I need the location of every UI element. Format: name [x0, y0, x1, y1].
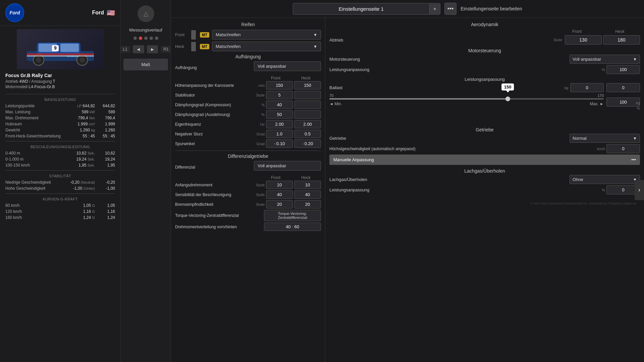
motorsteuerung-chevron: ▼ [633, 57, 637, 62]
messungsverlauf-label: Messungsverlauf [129, 27, 162, 33]
daempfungAus-row: Dämpfungsgrad (Ausdehnung) % 50 [175, 110, 321, 119]
ballast-value[interactable]: 0 [570, 83, 604, 92]
aufhangung-select[interactable]: Voll anpassbar [254, 61, 321, 71]
nav-next-button[interactable]: ► [147, 45, 158, 53]
tire-front-label: Front [175, 33, 189, 37]
svg-rect-10 [27, 53, 94, 55]
slider-thumb[interactable] [505, 97, 510, 101]
diff-front-header: Front [261, 175, 291, 180]
eigenfrequenz-heck[interactable]: 2.00 [294, 120, 321, 128]
daempfungKomp-front[interactable]: 40 [266, 101, 293, 109]
mab-button[interactable]: Maß [123, 59, 168, 70]
dot-3[interactable] [144, 37, 148, 40]
motorsteuerung-select[interactable]: Voll anpassbar ▼ [570, 55, 640, 64]
section-kurven: Kurven-g-Kraft [0, 196, 120, 202]
hoehenanpassung-front[interactable]: 150 [266, 81, 293, 89]
stat-maxLeistung: Max. Leistung 589 kW 589 [0, 109, 120, 115]
svg-rect-11 [27, 55, 94, 57]
sensibilitaet-front[interactable]: 40 [266, 190, 293, 199]
drehmomentvtl-row: Drehmomentverteilung vorn/hinten 40 : 60 [175, 223, 321, 231]
nav-l1[interactable]: L1 [120, 46, 130, 53]
differenzial-select[interactable]: Voll anpassbar [254, 161, 321, 171]
daempfungAus-heck[interactable] [294, 110, 321, 119]
stabilisator-heck[interactable] [294, 91, 321, 99]
sensibilitaet-heck[interactable]: 40 [294, 190, 321, 199]
dot-1[interactable] [133, 37, 137, 40]
manuelle-anpassung-button[interactable]: Manuelle Anpassung ••• [329, 155, 640, 165]
brand-info: Ford 🇺🇸 [92, 9, 115, 17]
leistungsanpassung-value[interactable]: 100 [606, 65, 640, 74]
hoehenanpassung-heck[interactable]: 150 [294, 81, 321, 89]
anfangsDrehmoment-front[interactable]: 10 [266, 181, 293, 189]
stat-maxDrehmoment: Max. Drehmoment 799,4 Nm 799,4 [0, 115, 120, 121]
left-header: Ford Ford 🇺🇸 [0, 0, 120, 26]
stat-g120: 120 km/h 1,16 G 1,16 [0, 208, 120, 215]
nav-r1[interactable]: R1 [161, 46, 171, 53]
getriebe-select[interactable]: Normal ▼ [570, 134, 640, 143]
triangle-button[interactable]: △ [138, 5, 154, 22]
negativerSturz-front[interactable]: 1.0 [266, 130, 293, 138]
ballast-val2[interactable]: 0 [606, 83, 640, 92]
bremsempfindlichkeit-row: Bremsempfindlichkeit Stufe 20 20 [175, 200, 321, 208]
nav-prev-button[interactable]: ◄ [133, 45, 144, 53]
dot-5[interactable] [155, 37, 158, 40]
spurwinkel-front[interactable]: ↕ 0.10 [266, 139, 293, 148]
diff-heck-header: Heck [291, 175, 321, 180]
lachgas-row: Lachgas/Überholen Ohne ▼ [329, 175, 640, 184]
page-selector[interactable]: Einstellungenseite 1 ≡ [293, 3, 440, 15]
svg-point-5 [36, 57, 41, 63]
page-menu-button[interactable]: ≡ [429, 4, 440, 14]
dot-4[interactable] [150, 37, 153, 40]
stabilisator-front[interactable]: 5 [266, 91, 293, 99]
stat-gewicht: Gewicht 1.260 kg 1.260 [0, 127, 120, 133]
tire-heck-select[interactable]: Matschreifen ▼ [212, 42, 321, 51]
ballast-row: Ballast kg 0 [329, 83, 604, 92]
bremsempfindlichkeit-values: 20 20 [266, 200, 321, 208]
differenzial-row: Differenzial Voll anpassbar [175, 161, 321, 173]
bremsempfindlichkeit-front[interactable]: 20 [266, 200, 293, 208]
abtrieb-front[interactable]: 130 [565, 35, 602, 45]
lachgas-select[interactable]: Ohne ▼ [570, 175, 640, 184]
edit-page-button[interactable]: Einstellungenseite bearbeiten [461, 6, 522, 11]
reifen-title: Reifen [175, 22, 321, 27]
aero-header-row: Front Heck [329, 29, 640, 34]
tire-heck-row: Heck MT Matschreifen ▼ [175, 42, 321, 51]
bremsempfindlichkeit-heck[interactable]: 20 [294, 200, 321, 208]
page-title: Einstellungenseite 1 [293, 3, 429, 14]
divider-diff [175, 150, 321, 151]
daempfungKomp-heck[interactable] [294, 101, 321, 109]
svg-text:9: 9 [54, 45, 57, 51]
daempfungAus-values: 50 [266, 110, 321, 119]
section-basisleistung: Basisleistung [0, 96, 120, 103]
mid-panel: △ Messungsverlauf L1 ◄ ► R1 Maß [121, 0, 171, 362]
spurwinkel-heck[interactable]: ↕ 0.20 [294, 139, 321, 148]
slider-fill [329, 98, 508, 100]
abtrieb-heck[interactable]: 180 [603, 35, 640, 45]
anfangsDrehmoment-heck[interactable]: 10 [294, 181, 321, 189]
hoehenanpassung-row: Höhenanpassung der Karosserie mm 150 150 [175, 81, 321, 89]
car-svg: 9 EcoBoost [20, 33, 101, 66]
more-button[interactable]: ••• [444, 3, 457, 15]
aufhangung-section-title: Aufhängung [175, 54, 321, 59]
aero-heck-header: Heck [600, 29, 640, 34]
eigenfrequenz-row: Eigenfrequenz Hz 2.00 2.00 [175, 120, 321, 128]
right-nav-arrow[interactable]: › [635, 180, 644, 200]
stat-niedrigeGeschw: Niedrige Geschwindigkeit -0,20 (Neutral)… [0, 179, 120, 185]
ballast-slider-container[interactable]: 150 70 170 ◄ Min. Max [329, 94, 604, 106]
divider-4 [5, 193, 115, 194]
top-bar: Einstellungenseite 1 ≡ ••• Einstellungen… [171, 0, 644, 18]
daempfungAus-front[interactable]: 50 [266, 110, 293, 119]
dot-2[interactable] [139, 37, 142, 40]
getriebe-row: Getriebe Normal ▼ [329, 134, 640, 143]
eigenfrequenz-front[interactable]: 2.00 [266, 120, 293, 128]
motorsteuerung-row: Motorsteuerung Voll anpassbar ▼ [329, 55, 640, 64]
hoechstgeschw-value[interactable]: 0 [606, 144, 640, 153]
negativerSturz-heck[interactable]: 0.5 [294, 130, 321, 138]
tire-front-select[interactable]: Matschreifen ▼ [212, 30, 321, 40]
getriebe-chevron: ▼ [633, 136, 637, 141]
stat-m01000: 0-1.000 m 19,24 Sek. 19,24 [0, 156, 120, 162]
slider-minmax-row: ◄ Min. Max. ► [329, 102, 604, 106]
drehmomentvtl-value[interactable]: 40 : 60 [264, 223, 321, 231]
chevron-down-icon: ▼ [313, 33, 317, 37]
abtrieb-row: Abtrieb Stufe 130 180 [329, 35, 640, 45]
